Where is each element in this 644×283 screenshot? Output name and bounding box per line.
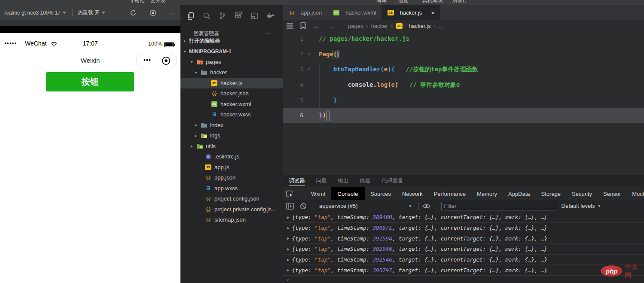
menu-item[interactable]: 云开发 [150,0,166,4]
editor-tab-hacker.js[interactable]: JShacker.js× [382,5,440,20]
tree-item-utils[interactable]: ▸utils [180,141,283,152]
console-log-entry[interactable]: ▶{type: "tap", timeStamp: 391594, target… [283,233,644,244]
tree-item-app.js[interactable]: JSapp.js [180,162,283,173]
search-icon[interactable] [202,12,211,20]
capsule-more-button[interactable]: ••• [143,57,151,64]
tree-item-project.private.config.js-[interactable]: {..}project.private.config.js… [180,204,283,215]
devtools-tab-sources[interactable]: Sources [365,187,397,200]
devtools-tab-wxml[interactable]: Wxml [305,187,331,200]
log-levels-dropdown[interactable]: Default levels ▼ [562,203,601,209]
expand-triangle-icon[interactable]: ▶ [287,215,289,219]
file-explorer-panel: 资源管理器 ··· ▸打开的编辑器▾MINIPROGRAM-1▾pages▾ha… [180,5,283,283]
wxml-icon: <> [211,101,218,107]
devtools-tab-sensor[interactable]: Sensor [598,187,626,200]
device-selector-label: realme gt neo3 100% 17 [4,10,61,16]
tree-item-.eslintrc.js[interactable]: .eslintrc.js [180,152,283,162]
console-filter-input[interactable] [441,202,557,210]
more-options-button[interactable]: ··· [169,9,176,16]
chevron-down-icon: ▼ [409,204,412,208]
expand-triangle-icon[interactable]: ▶ [287,268,289,272]
breadcrumb-folder[interactable]: hacker [371,23,388,29]
panel-tab-输出[interactable]: 输出 [338,175,349,187]
tree-item-app.json[interactable]: {..}app.json [180,173,283,183]
tree-item-app.wxss[interactable]: Ǝapp.wxss [180,183,283,194]
breadcrumb-tail[interactable]: … [439,23,444,29]
devtools-tab-memory[interactable]: Memory [471,187,503,200]
device-selector-dropdown[interactable]: realme gt neo3 100% 17 [4,10,66,16]
text-cursor [327,110,330,121]
eye-icon[interactable] [422,203,430,209]
nav-forward-arrow[interactable]: → [328,22,334,30]
execution-context-dropdown[interactable]: appservice (#5) ▼ [319,203,412,209]
hot-reload-dropdown[interactable]: 热重载 开 [78,9,105,16]
devtools-tab-storage[interactable]: Storage [536,187,567,200]
tree-item-MINIPROGRAM-1[interactable]: ▾MINIPROGRAM-1 [180,46,283,57]
code-editor[interactable]: 1// pages/hacker/hacker.js2˅Page({3˅ btn… [283,31,644,175]
devtools-tab-appdata[interactable]: AppData [503,187,536,200]
simulator-toolbar: realme gt neo3 100% 17 热重载 开 ··· [0,5,180,20]
menu-item-clear-cache[interactable]: 清缓存 [452,0,467,4]
editor-tab-hacker.wxml[interactable]: <>hacker.wxml [327,5,382,20]
tree-item-sitemap.json[interactable]: {..}sitemap.json [180,215,283,225]
tree-item-hacker.js[interactable]: JShacker.js [180,78,283,88]
console-log-entry[interactable]: ▶{type: "tap", timeStamp: 390971, target… [283,223,644,234]
menu-item[interactable]: 可视化 [129,0,144,4]
js-file-icon: JS [396,23,403,29]
close-tab-icon[interactable]: × [431,9,435,16]
files-icon[interactable] [186,12,195,20]
clear-console-icon[interactable] [300,203,307,210]
miniprogram-tap-button[interactable]: 按钮 [46,72,134,91]
panel-tab-终端[interactable]: 终端 [360,175,371,187]
docker-icon[interactable] [266,12,275,20]
devtools-tab-security[interactable]: Security [566,187,598,200]
editor-tab-app.json[interactable]: {..}app.json [283,5,327,20]
fold-chevron-icon[interactable]: ˅ [308,62,310,77]
devtools-tab-console[interactable]: Console [331,187,365,200]
tree-item-project.config.json[interactable]: {..}project.config.json [180,194,283,204]
panel-tab-问题[interactable]: 问题 [316,175,327,187]
capsule-close-target-icon[interactable] [162,56,171,67]
outline-list-icon[interactable] [286,23,293,29]
menu-item-remote-debug[interactable]: 真机调试 [422,0,443,4]
layout-panel-icon[interactable] [250,12,259,20]
extensions-icon[interactable] [234,12,243,20]
record-stop-icon[interactable] [150,9,156,16]
wxss-icon: Ǝ [211,111,218,118]
menu-item-compile[interactable]: 编译 [376,0,387,4]
nav-back-arrow[interactable]: ← [314,22,320,30]
bookmark-icon[interactable] [300,22,306,29]
tree-item-hacker[interactable]: ▾hacker [180,67,283,78]
expand-triangle-icon[interactable]: ▶ [287,247,289,251]
inspect-element-icon[interactable] [283,190,297,198]
devtools-tab-network[interactable]: Network [397,187,428,200]
devtools-tab-mock[interactable]: Mock [626,187,644,200]
fold-chevron-icon[interactable]: ˅ [308,47,310,62]
expand-triangle-icon[interactable]: ▶ [287,236,289,240]
tree-item-hacker.json[interactable]: {..}hacker.json [180,88,283,99]
panel-tab-代码质量[interactable]: 代码质量 [382,175,403,187]
line-number: 4 [283,77,303,93]
tree-item-index[interactable]: ▸index [180,120,283,131]
expand-triangle-icon[interactable]: ▶ [287,258,289,262]
console-log-entry[interactable]: ▶{type: "tap", timeStamp: 393797, target… [283,265,644,276]
tree-item-logs[interactable]: ▸logs [180,131,283,141]
battery-icon [164,41,175,49]
tree-item-pages[interactable]: ▾pages [180,57,283,67]
console-log-entry[interactable]: ▶{type: "tap", timeStamp: 389400, target… [283,212,644,223]
console-log-entry[interactable]: ▶{type: "tap", timeStamp: 392046, target… [283,244,644,255]
show-sidebar-icon[interactable] [286,203,294,210]
devtools-tab-performance[interactable]: Performance [428,187,471,200]
tree-item-hacker.wxml[interactable]: <>hacker.wxml [180,99,283,110]
breadcrumb-file[interactable]: hacker.js [409,23,430,29]
source-control-icon[interactable] [218,12,227,20]
panel-tab-调试器[interactable]: 调试器 [289,175,305,187]
refresh-icon[interactable] [130,9,137,16]
console-prompt[interactable]: › [283,276,644,283]
tree-item--[interactable]: ▸打开的编辑器 [180,36,283,46]
breadcrumb-folder[interactable]: pages [348,23,363,29]
expand-triangle-icon[interactable]: ▶ [287,226,289,230]
menu-item-preview[interactable]: 预览 [398,0,408,4]
tree-item-hacker.wxss[interactable]: Ǝhacker.wxss [180,110,283,120]
console-log-entry[interactable]: ▶{type: "tap", timeStamp: 392546, target… [283,255,644,265]
folder-plain-icon [200,69,208,76]
